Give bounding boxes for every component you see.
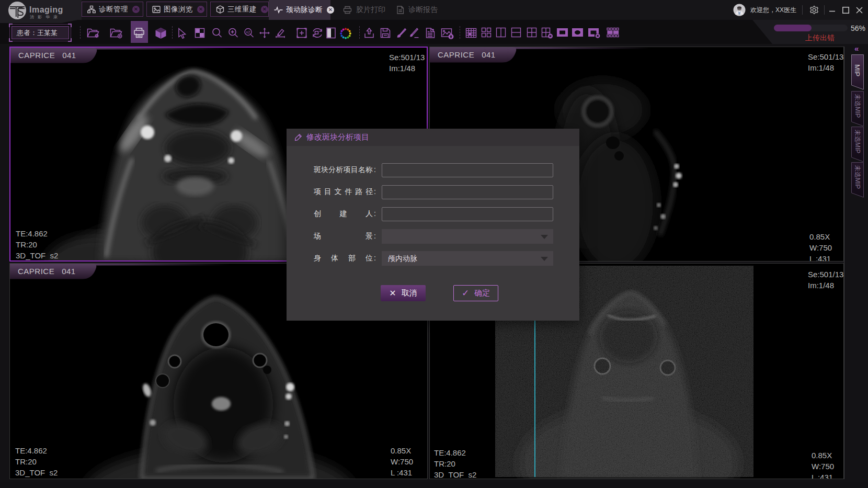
svg-text:未选MIP: 未选MIP — [854, 165, 861, 189]
svg-text:MIP: MIP — [853, 64, 861, 76]
svg-text:x2: x2 — [246, 30, 250, 35]
svg-text:未选MIP: 未选MIP — [854, 94, 861, 118]
svg-text:未选MIP: 未选MIP — [854, 130, 861, 153]
